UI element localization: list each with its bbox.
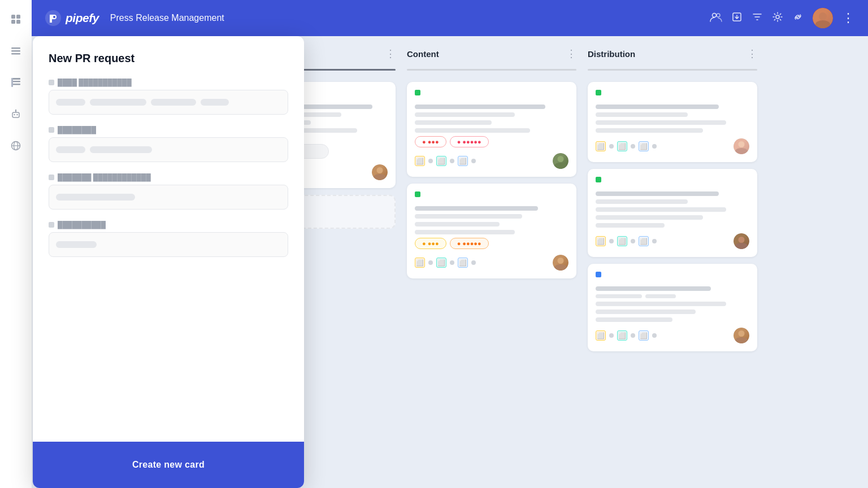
form-input-1[interactable] xyxy=(49,90,288,115)
more-icon[interactable]: ⋮ xyxy=(842,11,854,25)
form-label-row-3: ███████ ████████████ xyxy=(49,173,288,181)
card-tag-blue xyxy=(596,272,601,277)
footer-icon-blue: ⬜ xyxy=(458,156,468,166)
card-line xyxy=(415,230,515,234)
sidebar-item-grid[interactable] xyxy=(6,9,26,29)
filter-icon[interactable] xyxy=(752,11,763,25)
svg-rect-11 xyxy=(12,112,19,117)
footer-icon-orange: ⬜ xyxy=(596,236,606,246)
sidebar-item-bot[interactable] xyxy=(6,104,26,124)
card-line-row xyxy=(596,294,749,298)
svg-rect-5 xyxy=(11,50,20,52)
footer-icon-orange: ⬜ xyxy=(415,258,425,268)
card-c1-tags xyxy=(415,90,568,100)
form-input-3[interactable] xyxy=(49,185,288,210)
footer-icon-orange: ⬜ xyxy=(596,330,606,341)
card-c1-avatar xyxy=(553,153,568,169)
svg-point-20 xyxy=(53,16,55,18)
card-d3-avatar xyxy=(734,328,749,343)
card-tag-green xyxy=(415,90,420,95)
column-content: Content ⋮ ● ●●● ● ●●●●● ⬜ xyxy=(407,47,576,477)
card-footer-icons: ⬜ ⬜ ⬜ xyxy=(596,330,657,341)
card-d2[interactable]: ⬜ ⬜ ⬜ xyxy=(588,169,757,257)
svg-point-24 xyxy=(776,15,779,19)
footer-dot xyxy=(450,260,454,265)
footer-icon-orange: ⬜ xyxy=(596,141,606,151)
sidebar-item-table[interactable] xyxy=(6,72,26,93)
header-avatar[interactable] xyxy=(813,8,833,28)
card-c2-footer: ⬜ ⬜ ⬜ xyxy=(415,255,568,271)
svg-rect-10 xyxy=(11,78,13,87)
card-c1-badges: ● ●●● ● ●●●●● xyxy=(415,136,568,147)
column-line-content xyxy=(407,69,576,71)
form-label-1: ████ ███████████ xyxy=(58,79,132,86)
form-label-4: ██████████ xyxy=(58,221,106,229)
form-input-2[interactable] xyxy=(49,137,288,162)
card-line xyxy=(596,294,642,298)
column-title-content: Content xyxy=(407,49,562,59)
card-footer-icons: ⬜ ⬜ ⬜ xyxy=(415,258,476,268)
badge-pink: ● ●●●●● xyxy=(450,136,489,147)
badge-red: ● ●●● xyxy=(415,136,446,147)
form-input-4[interactable] xyxy=(49,232,288,257)
card-footer-icons: ⬜ ⬜ ⬜ xyxy=(596,236,657,246)
card-tag-green xyxy=(415,191,420,197)
svg-point-15 xyxy=(15,110,16,111)
footer-dot xyxy=(631,333,635,338)
card-d2-footer: ⬜ ⬜ ⬜ xyxy=(596,233,749,249)
form-label-row-1: ████ ███████████ xyxy=(49,79,288,86)
header-actions: ⋮ xyxy=(710,8,854,28)
card-line xyxy=(596,223,665,228)
card-c1[interactable]: ● ●●● ● ●●●●● ⬜ ⬜ ⬜ xyxy=(407,82,576,177)
column-menu-content[interactable]: ⋮ xyxy=(566,47,576,60)
logo-text: pipefy xyxy=(66,11,99,25)
settings-icon[interactable] xyxy=(772,11,783,25)
footer-dot xyxy=(652,239,657,243)
card-line xyxy=(596,310,696,314)
card-line xyxy=(415,214,522,219)
column-menu-layout[interactable]: ⋮ xyxy=(385,47,396,60)
card-tag-green xyxy=(596,177,601,182)
card-d1[interactable]: ⬜ ⬜ ⬜ xyxy=(588,82,757,162)
card-line xyxy=(596,112,688,117)
card-d2-avatar xyxy=(734,233,749,249)
export-icon[interactable] xyxy=(731,11,743,25)
column-header-distribution: Distribution ⋮ xyxy=(588,47,757,60)
card-line xyxy=(596,215,703,220)
card-d3[interactable]: ⬜ ⬜ ⬜ xyxy=(588,264,757,351)
badge-yellow: ● ●●● xyxy=(415,238,446,249)
card-line xyxy=(415,128,530,133)
new-card-modal: New PR request ████ ███████████ xyxy=(33,36,304,488)
card-footer-icons: ⬜ ⬜ ⬜ xyxy=(415,156,476,166)
input-skel xyxy=(56,99,85,106)
card-line xyxy=(596,286,711,291)
card-line xyxy=(596,199,688,204)
footer-icon-teal: ⬜ xyxy=(436,258,446,268)
form-label-dot xyxy=(49,127,54,133)
sidebar-item-globe[interactable] xyxy=(6,136,26,156)
footer-icon-blue: ⬜ xyxy=(639,141,649,151)
sidebar-item-list[interactable] xyxy=(6,41,26,61)
modal-body: New PR request ████ ███████████ xyxy=(33,36,304,442)
footer-dot xyxy=(450,159,454,163)
form-group-3: ███████ ████████████ xyxy=(49,173,288,210)
card-footer-icons: ⬜ ⬜ ⬜ xyxy=(596,141,657,151)
svg-rect-3 xyxy=(16,20,20,24)
footer-dot xyxy=(471,159,476,163)
link-icon[interactable] xyxy=(792,11,804,25)
footer-icon-teal: ⬜ xyxy=(617,330,627,341)
svg-rect-1 xyxy=(16,15,20,19)
card-d1-footer: ⬜ ⬜ ⬜ xyxy=(596,138,749,154)
footer-dot xyxy=(428,159,433,163)
users-icon[interactable] xyxy=(710,11,722,26)
footer-dot xyxy=(631,144,635,149)
card-line xyxy=(596,104,719,109)
card-d3-footer: ⬜ ⬜ ⬜ xyxy=(596,328,749,343)
column-menu-distribution[interactable]: ⋮ xyxy=(747,47,757,60)
card-d2-tags xyxy=(596,177,749,187)
create-new-card-button[interactable]: Create new card xyxy=(49,452,288,478)
form-group-1: ████ ███████████ xyxy=(49,79,288,115)
card-c2[interactable]: ● ●●● ● ●●●●● ⬜ ⬜ ⬜ xyxy=(407,184,576,278)
modal-footer: Create new card xyxy=(33,442,304,488)
footer-icon-teal: ⬜ xyxy=(436,156,446,166)
